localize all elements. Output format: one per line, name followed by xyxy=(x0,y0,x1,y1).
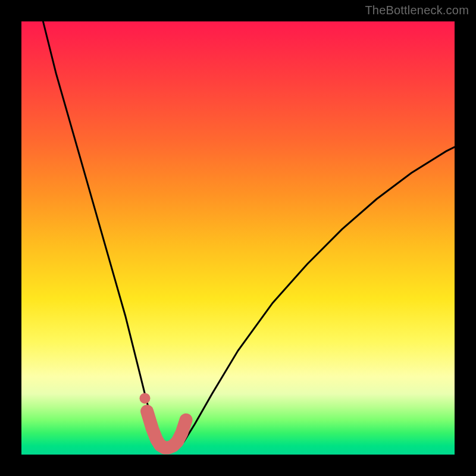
chart-frame: TheBottleneck.com xyxy=(0,0,476,476)
watermark-text: TheBottleneck.com xyxy=(365,4,469,17)
plot-area xyxy=(21,21,455,455)
highlight-dot xyxy=(140,393,151,403)
curve-svg xyxy=(21,21,455,455)
bottleneck-curve xyxy=(43,21,455,449)
highlight-band xyxy=(147,411,186,447)
